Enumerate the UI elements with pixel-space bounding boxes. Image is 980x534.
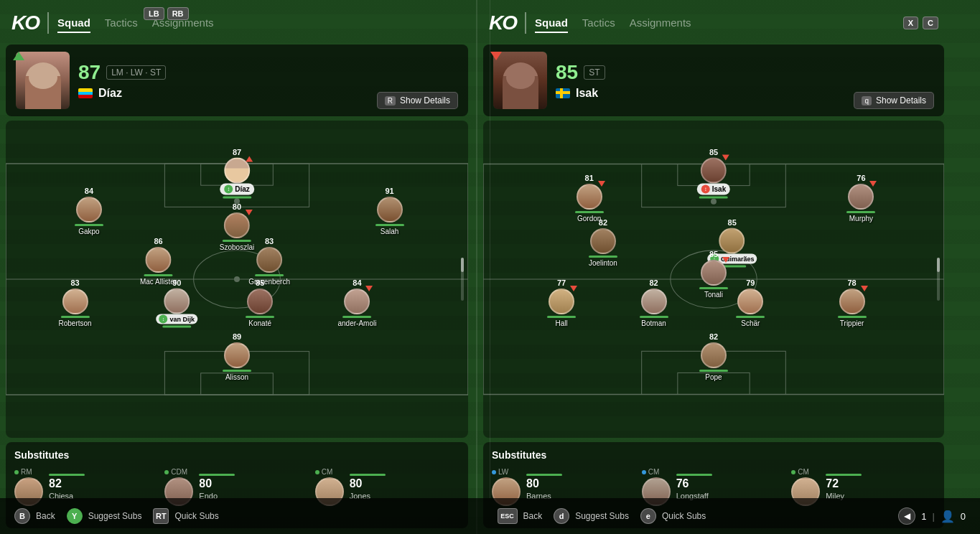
nav-count: 1 (921, 511, 926, 522)
right-tab-squad[interactable]: Squad (535, 14, 568, 33)
y-button: Y (67, 508, 83, 524)
sub-chiesa-rating: 82 (49, 477, 85, 490)
pitch-player-macallister-rating: 86 (154, 237, 162, 245)
right-pitch-player-murphy[interactable]: 76 Murphy (846, 184, 875, 222)
right-pitch-player-isak[interactable]: 85 ↕ Isak (697, 157, 730, 198)
sub-barnes-bar (526, 474, 562, 476)
pitch-player-diaz-label: ↕ Díaz (220, 183, 254, 195)
right-pitch-player-pope[interactable]: 82 Pope (699, 342, 728, 381)
right-header: KO Squad Tactics Assignments X C (483, 6, 944, 40)
right-pitch-schar-rating: 79 (746, 278, 755, 287)
right-controller-hints: X C (903, 17, 938, 29)
sub-jones-bar (350, 474, 386, 476)
left-quick-subs-ctrl[interactable]: RT Quick Subs (153, 508, 218, 524)
pitch-player-gakpo[interactable]: 84 Gakpo (75, 197, 103, 235)
right-pitch-botman-name: Botman (641, 319, 666, 327)
right-show-details-button[interactable]: q Show Details (854, 92, 934, 109)
pitch-player-salah[interactable]: 91 Salah (375, 197, 404, 235)
right-player-positions: ST (584, 65, 605, 80)
svg-point-7 (234, 276, 240, 282)
right-tab-assignments[interactable]: Assignments (630, 14, 691, 33)
left-logo-divider (47, 12, 49, 34)
right-pitch-guimaraes-avatar (719, 228, 745, 253)
pitch-player-vandijk-avatar (164, 288, 190, 314)
pitch-player-robertson[interactable]: 83 Robertson (59, 289, 92, 327)
left-tab-squad[interactable]: Squad (57, 14, 90, 33)
pitch-player-taa[interactable]: 84 ander-Amoli (337, 289, 376, 327)
right-pitch-gordon-bar (575, 211, 604, 213)
sub-longstaff-info: 76 Longstaff (676, 474, 712, 500)
pitch-player-diaz[interactable]: 87 ↕ Díaz (220, 157, 254, 198)
sub-miley-info: 72 Miley (826, 474, 862, 500)
sub-endo-rating: 80 (199, 477, 235, 490)
right-pitch-joelinton-avatar (590, 228, 616, 254)
right-pitch-hall-rating: 77 (557, 278, 566, 287)
pitch-player-macallister-avatar (146, 247, 172, 273)
pitch-player-gravenberch[interactable]: 83 Gravenberch (248, 247, 290, 286)
left-nav-tabs: Squad Tactics Assignments (57, 14, 214, 33)
pitch-player-alisson-name: Alisson (225, 373, 248, 381)
left-back-ctrl[interactable]: B Back (14, 508, 55, 524)
nav-total: 0 (961, 511, 966, 522)
right-pitch-player-hall[interactable]: 77 Hall (547, 289, 576, 327)
right-featured-player: 85 ST Isak q Show Details (483, 44, 944, 116)
sub-jones-info: 80 Jones (350, 474, 386, 500)
sub-indicator-icon: ↕ (224, 184, 233, 193)
nav-icon: 👤 (941, 510, 955, 523)
left-player-positions: LM · LW · ST (106, 65, 166, 80)
left-logo: KO (11, 11, 39, 34)
sub-endo-bar (199, 474, 235, 476)
left-substitutes-title: Substitutes (14, 449, 459, 461)
left-pitch-scrollbar-thumb (461, 258, 464, 272)
right-pitch-pope-bar (699, 370, 728, 372)
pitch-player-vandijk[interactable]: 90 ↕ van Dijk (157, 288, 198, 327)
sub-chiesa-bar (49, 474, 85, 476)
right-pitch-player-tonali[interactable]: 85 Tonali (699, 260, 728, 299)
left-header: KO Squad Tactics Assignments (6, 6, 468, 40)
right-pitch-pope-rating: 82 (709, 332, 718, 341)
sub-longstaff-dot (642, 470, 646, 474)
pitch-player-gakpo-avatar (76, 197, 102, 222)
left-player-avatar (16, 52, 70, 109)
left-suggest-subs-ctrl[interactable]: Y Suggest Subs (67, 508, 142, 524)
right-pitch-player-schar[interactable]: 79 Schär (736, 289, 765, 327)
right-pitch-player-botman[interactable]: 82 Botman (640, 289, 668, 327)
pitch-player-alisson[interactable]: 89 Alisson (223, 342, 251, 381)
panel-divider (490, 0, 490, 498)
sub-longstaff-bar (676, 474, 712, 476)
sub-longstaff-position: CM (642, 468, 660, 476)
pitch-player-gakpo-rating: 84 (85, 187, 93, 195)
right-pitch-hall-bar (547, 316, 576, 318)
right-pitch-player-joelinton[interactable]: 82 Joelinton (589, 228, 617, 267)
right-pitch-scrollbar[interactable] (937, 258, 940, 301)
nav-left-arrow[interactable]: ◀ (898, 507, 915, 525)
right-pitch-gordon-rating: 81 (585, 174, 594, 182)
pitch-player-macallister[interactable]: 86 Mac Allister (140, 247, 177, 286)
left-pitch-scrollbar[interactable] (461, 258, 464, 301)
sub-jones-position: CM (315, 468, 333, 476)
right-pitch-player-gordon[interactable]: 81 Gordon (575, 184, 604, 222)
right-tab-tactics[interactable]: Tactics (582, 14, 615, 33)
right-back-ctrl[interactable]: ESC Back (498, 508, 543, 524)
right-pitch-player-trippier[interactable]: 78 Trippier (838, 289, 867, 327)
right-pitch-botman-rating: 82 (649, 278, 658, 287)
pitch-player-robertson-rating: 83 (70, 278, 79, 287)
right-suggest-subs-ctrl[interactable]: d Suggest Subs (554, 508, 629, 524)
pitch-player-macallister-bar (144, 274, 173, 276)
pitch-player-konate[interactable]: 85 Konaté (246, 289, 274, 327)
right-pitch-guimaraes-rating: 85 (728, 217, 737, 226)
right-quick-subs-ctrl[interactable]: e Quick Subs (640, 508, 706, 524)
bottom-left-controls: B Back Y Suggest Subs RT Quick Subs (14, 508, 483, 524)
nav-separator: | (932, 511, 934, 522)
left-tab-tactics[interactable]: Tactics (105, 14, 138, 33)
sub-endo-dot (164, 470, 169, 474)
right-pitch-schar-avatar (737, 289, 763, 314)
right-pitch-tonali-name: Tonali (704, 291, 723, 299)
left-show-details-button[interactable]: R Show Details (377, 92, 458, 109)
right-back-label: Back (523, 511, 543, 521)
right-pitch: 85 ↕ Isak 81 Gordon (483, 121, 944, 438)
pitch-player-konate-avatar (247, 289, 273, 314)
pitch-player-szoboszlai[interactable]: 80 Szoboszlai (220, 212, 254, 251)
right-player-trend-down-icon (490, 52, 502, 60)
lb-button-badge: LB (144, 7, 164, 20)
